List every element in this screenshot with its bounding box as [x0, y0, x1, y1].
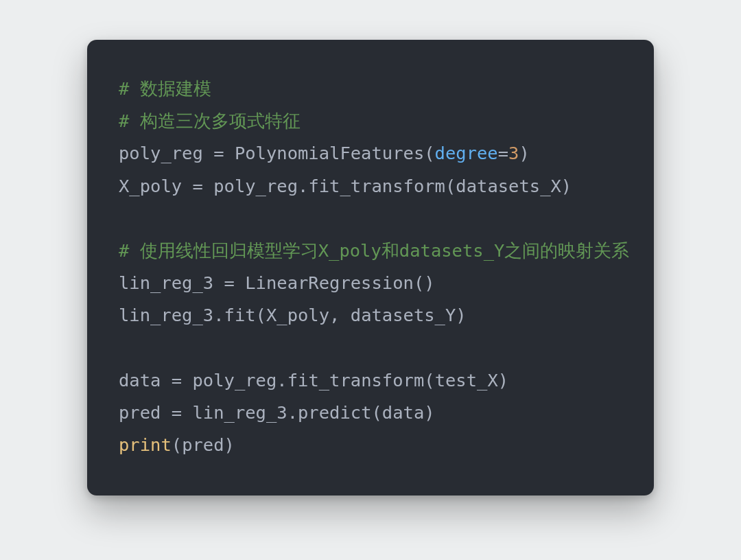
code-token-ident: poly_reg: [192, 370, 277, 390]
code-token-ident: lin_reg_3: [192, 402, 287, 423]
code-token-func: fit: [224, 305, 256, 325]
code-comment: # 数据建模: [119, 78, 211, 99]
code-token-paren: (: [424, 370, 434, 390]
code-token-op: =: [213, 272, 245, 293]
code-block[interactable]: # 数据建模 # 构造三次多项式特征 poly_reg = Polynomial…: [119, 73, 622, 461]
code-token-paren: (: [172, 434, 182, 455]
code-token-op: .: [298, 176, 308, 196]
code-token-paren: (: [445, 176, 456, 196]
code-token-op: .: [287, 402, 298, 423]
code-token-ident: lin_reg_3: [119, 305, 213, 325]
code-token-ident: data: [382, 402, 424, 423]
code-token-op: =: [182, 176, 213, 196]
code-token-ident: test_X: [435, 370, 498, 390]
code-token-ident: pred: [182, 434, 224, 455]
code-token-ident: data: [119, 370, 161, 390]
code-token-op: =: [203, 143, 235, 163]
code-token-op: =: [498, 143, 508, 163]
code-card: # 数据建模 # 构造三次多项式特征 poly_reg = Polynomial…: [87, 40, 654, 495]
code-token-op: ,: [329, 305, 351, 325]
code-token-ident: poly_reg: [119, 143, 203, 163]
code-token-paren: ): [424, 402, 434, 423]
code-token-ident: datasets_X: [456, 176, 561, 196]
code-token-kwarg: degree: [435, 143, 498, 163]
code-token-op: .: [277, 370, 287, 390]
code-token-ident: X_poly: [119, 176, 182, 196]
code-token-builtin: print: [119, 434, 172, 455]
code-comment: # 构造三次多项式特征: [119, 110, 301, 131]
code-token-ident: X_poly: [266, 305, 329, 325]
code-token-func: fit_transform: [308, 176, 445, 196]
code-token-paren: ): [561, 176, 572, 196]
code-token-ident: datasets_Y: [351, 305, 456, 325]
code-token-op: .: [213, 305, 224, 325]
code-token-ident: pred: [119, 402, 161, 423]
code-token-paren: ): [519, 143, 529, 163]
code-token-op: =: [161, 402, 192, 423]
code-token-paren: (: [256, 305, 266, 325]
code-comment: # 使用线性回归模型学习X_poly和datasets_Y之间的映射关系: [119, 240, 629, 261]
code-token-ident: poly_reg: [213, 176, 298, 196]
code-token-func: LinearRegression: [245, 272, 414, 293]
code-token-paren: (: [424, 143, 434, 163]
code-token-ident: lin_reg_3: [119, 272, 213, 293]
code-token-paren: ): [498, 370, 508, 390]
code-token-func: predict: [298, 402, 371, 423]
code-token-paren: (): [414, 272, 435, 293]
code-token-paren: ): [224, 434, 235, 455]
code-token-paren: (: [371, 402, 381, 423]
code-token-func: fit_transform: [287, 370, 425, 390]
code-token-op: =: [161, 370, 192, 390]
code-token-func: PolynomialFeatures: [235, 143, 424, 163]
code-token-paren: ): [456, 305, 466, 325]
code-token-num: 3: [508, 143, 519, 163]
